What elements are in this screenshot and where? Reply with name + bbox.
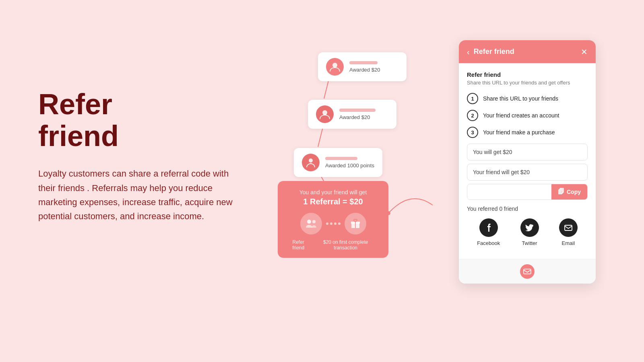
- svg-rect-14: [565, 225, 572, 230]
- social-twitter[interactable]: Twitter: [520, 218, 539, 246]
- copy-button[interactable]: 🗐 Copy: [551, 184, 587, 200]
- svg-rect-7: [310, 163, 312, 164]
- step-2-number: 2: [467, 110, 478, 121]
- main-description: Loyalty customers can share a referral c…: [38, 167, 239, 223]
- refer-label: Refer friend: [286, 239, 311, 251]
- award-3: Awarded 1000 points: [325, 162, 374, 169]
- main-title: Refer friend: [38, 88, 239, 152]
- referral-bottom-card: You and your friend will get 1 Referral …: [278, 181, 388, 258]
- email-icon: [559, 218, 578, 237]
- panel-header-title: Refer friend: [474, 47, 514, 56]
- reward-you-box: You will get $20: [467, 144, 588, 160]
- svg-point-9: [312, 220, 316, 223]
- copy-input[interactable]: [467, 185, 551, 199]
- title-line2: friend: [38, 120, 119, 152]
- step-1-text: Share this URL to your friends: [483, 95, 558, 102]
- right-panel: ‹ Refer friend ✕ Refer friend Share this…: [459, 40, 596, 284]
- avatar-2: [316, 105, 334, 123]
- social-facebook[interactable]: Facebook: [477, 218, 500, 246]
- reward-friend-box: Your friend will get $20: [467, 164, 588, 181]
- step-1-row: 1 Share this URL to your friends: [467, 93, 588, 104]
- panel-subtitle-desc: Share this URL to your friends and get o…: [467, 80, 588, 86]
- panel-footer: [459, 259, 596, 284]
- avatar-1: [326, 58, 344, 76]
- panel-subtitle-title: Refer friend: [467, 71, 588, 78]
- user-card-3: Awarded 1000 points: [294, 148, 382, 177]
- panel-header: ‹ Refer friend ✕: [459, 40, 596, 63]
- step-3-row: 3 Your friend make a purchase: [467, 127, 588, 138]
- user-card-1: Awarded $20: [318, 52, 407, 81]
- copy-label: Copy: [567, 189, 581, 195]
- footer-envelope-icon[interactable]: [520, 264, 535, 279]
- copy-row: 🗐 Copy: [467, 184, 588, 200]
- svg-point-3: [332, 63, 337, 68]
- panel-body: Refer friend Share this URL to your frie…: [459, 63, 596, 259]
- close-button[interactable]: ✕: [581, 48, 588, 56]
- referral-amount: 1 Referral = $20: [286, 197, 380, 206]
- user-card-2: Awarded $20: [308, 100, 396, 129]
- social-row: Facebook Twitter Email: [467, 218, 588, 246]
- svg-rect-15: [524, 269, 531, 274]
- left-section: Refer friend Loyalty customers can share…: [38, 88, 239, 223]
- avatar-3: [302, 154, 320, 171]
- refer-friend-icon: [300, 213, 322, 234]
- referred-text: You referred 0 friend: [467, 206, 588, 212]
- social-email[interactable]: Email: [559, 218, 578, 246]
- facebook-icon: [479, 218, 498, 237]
- transaction-label: $20 on first complete transaction: [311, 239, 380, 251]
- copy-icon: 🗐: [558, 188, 564, 195]
- step-1-number: 1: [467, 93, 478, 104]
- award-1: Awarded $20: [349, 67, 398, 73]
- twitter-icon: [520, 218, 539, 237]
- svg-point-6: [309, 158, 313, 162]
- gift-icon: [345, 213, 366, 234]
- step-3-text: Your friend make a purchase: [483, 129, 555, 136]
- step-2-text: Your friend creates an account: [483, 112, 559, 119]
- step-3-number: 3: [467, 127, 478, 138]
- step-2-row: 2 Your friend creates an account: [467, 110, 588, 121]
- title-line1: Refer: [38, 88, 112, 120]
- svg-rect-5: [323, 114, 326, 115]
- back-button[interactable]: ‹: [467, 48, 470, 56]
- svg-point-8: [307, 220, 311, 224]
- facebook-label: Facebook: [477, 240, 500, 246]
- award-2: Awarded $20: [339, 114, 388, 120]
- twitter-label: Twitter: [522, 240, 537, 246]
- email-label: Email: [562, 240, 575, 246]
- referral-title: You and your friend will get: [286, 189, 380, 195]
